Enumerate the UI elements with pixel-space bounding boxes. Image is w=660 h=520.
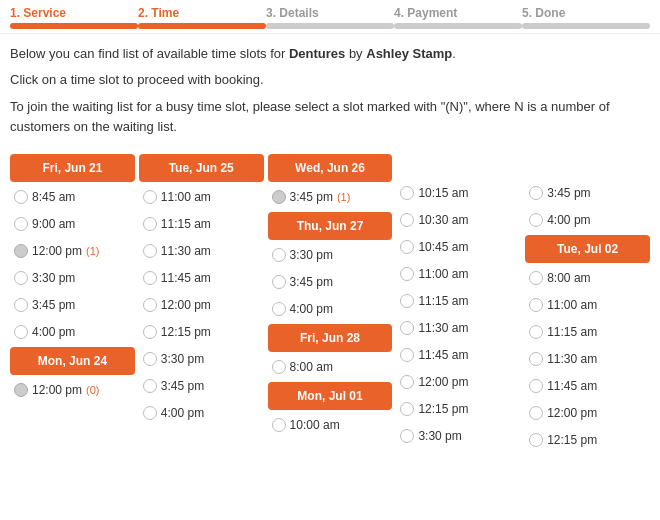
service-name: Dentures <box>289 46 345 61</box>
col-slots-4: 10:15 am 10:30 am 10:45 am 11:00 am 11:1… <box>396 154 521 452</box>
slot-tue-jun25-1145am[interactable]: 11:45 am <box>139 266 264 290</box>
calendar-container: Fri, Jun 21 8:45 am 9:00 am 12:00 pm(1) … <box>0 148 660 462</box>
header-thu-jun27[interactable]: Thu, Jun 27 <box>268 212 393 240</box>
radio-col5-4pm <box>529 213 543 227</box>
radio-tue-jun25-1115am <box>143 217 157 231</box>
radio-fri-jun21-4pm <box>14 325 28 339</box>
empty-placeholder-5 <box>525 154 650 178</box>
header-tue-jun25[interactable]: Tue, Jun 25 <box>139 154 264 182</box>
radio-thu-jun27-4pm <box>272 302 286 316</box>
slot-mon-jul01-10am[interactable]: 10:00 am <box>268 413 393 437</box>
radio-col4-1045am <box>400 240 414 254</box>
radio-tue-jul02-8am <box>529 271 543 285</box>
radio-tue-jul02-1130am <box>529 352 543 366</box>
col-wed-jun26: Wed, Jun 26 3:45 pm(1) Thu, Jun 27 3:30 … <box>268 154 393 452</box>
slot-col4-1115am[interactable]: 11:15 am <box>396 289 521 313</box>
slot-fri-jun21-4pm[interactable]: 4:00 pm <box>10 320 135 344</box>
slot-mon-jun24-12pm[interactable]: 12:00 pm(0) <box>10 378 135 402</box>
slot-tue-jul02-8am[interactable]: 8:00 am <box>525 266 650 290</box>
radio-fri-jun21-845am <box>14 190 28 204</box>
col-tue-jun25: Tue, Jun 25 11:00 am 11:15 am 11:30 am 1… <box>139 154 264 452</box>
slot-tue-jun25-11am[interactable]: 11:00 am <box>139 185 264 209</box>
radio-col4-1130am <box>400 321 414 335</box>
radio-tue-jul02-1145am <box>529 379 543 393</box>
desc-suffix: . <box>452 46 456 61</box>
radio-col4-1030am <box>400 213 414 227</box>
provider-name: Ashley Stamp <box>366 46 452 61</box>
radio-col4-1215pm <box>400 402 414 416</box>
radio-tue-jun25-11am <box>143 190 157 204</box>
slot-col4-1015am[interactable]: 10:15 am <box>396 181 521 205</box>
slot-thu-jun27-330pm[interactable]: 3:30 pm <box>268 243 393 267</box>
radio-fri-jun21-330pm <box>14 271 28 285</box>
header-mon-jul01[interactable]: Mon, Jul 01 <box>268 382 393 410</box>
header-fri-jun28[interactable]: Fri, Jun 28 <box>268 324 393 352</box>
radio-tue-jun25-1215pm <box>143 325 157 339</box>
header-fri-jun21[interactable]: Fri, Jun 21 <box>10 154 135 182</box>
radio-col4-1015am <box>400 186 414 200</box>
slot-tue-jun25-330pm[interactable]: 3:30 pm <box>139 347 264 371</box>
step-payment-bar <box>394 23 522 29</box>
slot-tue-jun25-1115am[interactable]: 11:15 am <box>139 212 264 236</box>
slot-fri-jun21-9am[interactable]: 9:00 am <box>10 212 135 236</box>
header-tue-jul02[interactable]: Tue, Jul 02 <box>525 235 650 263</box>
slot-col4-11am[interactable]: 11:00 am <box>396 262 521 286</box>
radio-wed-jun26-345pm <box>272 190 286 204</box>
slot-tue-jul02-1145am[interactable]: 11:45 am <box>525 374 650 398</box>
slot-tue-jul02-1115am[interactable]: 11:15 am <box>525 320 650 344</box>
slot-tue-jun25-345pm[interactable]: 3:45 pm <box>139 374 264 398</box>
slot-col4-12pm[interactable]: 12:00 pm <box>396 370 521 394</box>
step-payment-label: 4. Payment <box>394 6 457 20</box>
slot-tue-jul02-1130am[interactable]: 11:30 am <box>525 347 650 371</box>
step-done-label: 5. Done <box>522 6 565 20</box>
slot-col4-1145am[interactable]: 11:45 am <box>396 343 521 367</box>
step-details-label: 3. Details <box>266 6 319 20</box>
slot-col4-1045am[interactable]: 10:45 am <box>396 235 521 259</box>
slot-col4-1130am[interactable]: 11:30 am <box>396 316 521 340</box>
radio-tue-jul02-11am <box>529 298 543 312</box>
description-line3: To join the waiting list for a busy time… <box>10 97 650 136</box>
description-line2: Click on a time slot to proceed with boo… <box>10 70 650 90</box>
desc-by: by <box>345 46 366 61</box>
slot-thu-jun27-345pm[interactable]: 3:45 pm <box>268 270 393 294</box>
slot-fri-jun21-845am[interactable]: 8:45 am <box>10 185 135 209</box>
radio-fri-jun21-345pm <box>14 298 28 312</box>
slot-col5-4pm[interactable]: 4:00 pm <box>525 208 650 232</box>
slot-tue-jun25-12pm[interactable]: 12:00 pm <box>139 293 264 317</box>
step-details-bar <box>266 23 394 29</box>
slot-col4-1030am[interactable]: 10:30 am <box>396 208 521 232</box>
slot-fri-jun21-12pm[interactable]: 12:00 pm(1) <box>10 239 135 263</box>
slot-fri-jun21-330pm[interactable]: 3:30 pm <box>10 266 135 290</box>
slot-fri-jun28-8am[interactable]: 8:00 am <box>268 355 393 379</box>
radio-col4-330pm <box>400 429 414 443</box>
slot-col4-1215pm[interactable]: 12:15 pm <box>396 397 521 421</box>
radio-tue-jun25-345pm <box>143 379 157 393</box>
slot-col5-345pm[interactable]: 3:45 pm <box>525 181 650 205</box>
slot-thu-jun27-4pm[interactable]: 4:00 pm <box>268 297 393 321</box>
slot-tue-jul02-12pm[interactable]: 12:00 pm <box>525 401 650 425</box>
slot-tue-jun25-1130am[interactable]: 11:30 am <box>139 239 264 263</box>
radio-thu-jun27-345pm <box>272 275 286 289</box>
description-line1: Below you can find list of available tim… <box>10 44 650 64</box>
empty-placeholder-4 <box>396 154 521 178</box>
step-payment: 4. Payment <box>394 6 522 29</box>
radio-thu-jun27-330pm <box>272 248 286 262</box>
radio-tue-jul02-12pm <box>529 406 543 420</box>
radio-tue-jun25-12pm <box>143 298 157 312</box>
radio-tue-jun25-1130am <box>143 244 157 258</box>
col-fri-jun21: Fri, Jun 21 8:45 am 9:00 am 12:00 pm(1) … <box>10 154 135 452</box>
header-wed-jun26[interactable]: Wed, Jun 26 <box>268 154 393 182</box>
radio-col5-345pm <box>529 186 543 200</box>
header-mon-jun24[interactable]: Mon, Jun 24 <box>10 347 135 375</box>
radio-mon-jul01-10am <box>272 418 286 432</box>
slot-tue-jul02-1215pm[interactable]: 12:15 pm <box>525 428 650 452</box>
slot-tue-jun25-1215pm[interactable]: 12:15 pm <box>139 320 264 344</box>
slot-wed-jun26-345pm[interactable]: 3:45 pm(1) <box>268 185 393 209</box>
radio-col4-12pm <box>400 375 414 389</box>
step-service-bar <box>10 23 138 29</box>
slot-fri-jun21-345pm[interactable]: 3:45 pm <box>10 293 135 317</box>
slot-tue-jul02-11am[interactable]: 11:00 am <box>525 293 650 317</box>
slot-tue-jun25-4pm[interactable]: 4:00 pm <box>139 401 264 425</box>
radio-col4-1145am <box>400 348 414 362</box>
slot-col4-330pm[interactable]: 3:30 pm <box>396 424 521 448</box>
